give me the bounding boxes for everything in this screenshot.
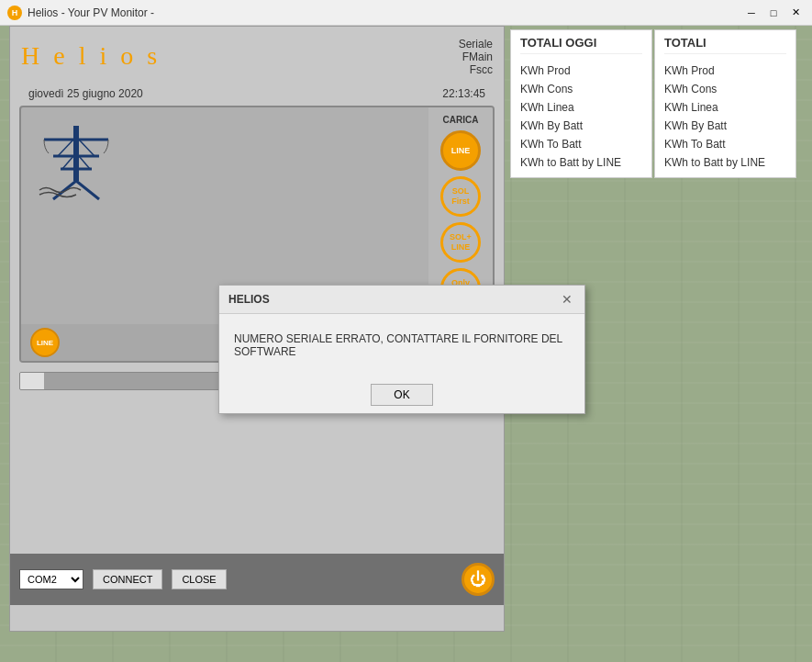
error-dialog: HELIOS ✕ NUMERO SERIALE ERRATO, CONTATTA…	[218, 285, 585, 414]
dialog-footer: OK	[219, 376, 584, 413]
dialog-close-button[interactable]: ✕	[559, 291, 575, 308]
dialog-title: HELIOS	[228, 293, 270, 306]
dialog-overlay: HELIOS ✕ NUMERO SERIALE ERRATO, CONTATTA…	[0, 0, 812, 662]
ok-button[interactable]: OK	[371, 384, 432, 406]
dialog-message: NUMERO SERIALE ERRATO, CONTATTARE IL FOR…	[234, 332, 562, 358]
dialog-titlebar: HELIOS ✕	[219, 286, 584, 314]
dialog-body: NUMERO SERIALE ERRATO, CONTATTARE IL FOR…	[219, 314, 584, 376]
